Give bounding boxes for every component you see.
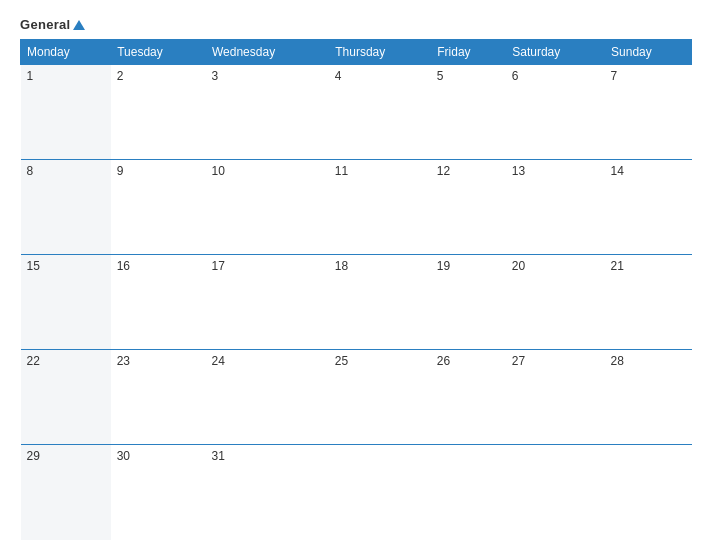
day-number: 1 <box>27 69 34 83</box>
calendar-cell: 16 <box>111 255 206 350</box>
weekday-header-saturday: Saturday <box>506 40 605 65</box>
calendar-cell: 13 <box>506 160 605 255</box>
day-number: 21 <box>611 259 624 273</box>
day-number: 3 <box>211 69 218 83</box>
logo: General <box>20 18 85 31</box>
week-row-5: 293031 <box>21 445 692 540</box>
calendar-cell: 8 <box>21 160 111 255</box>
weekday-header-friday: Friday <box>431 40 506 65</box>
calendar-cell: 7 <box>605 65 692 160</box>
calendar-cell: 26 <box>431 350 506 445</box>
day-number: 26 <box>437 354 450 368</box>
weekday-header-row: MondayTuesdayWednesdayThursdayFridaySatu… <box>21 40 692 65</box>
calendar-cell: 15 <box>21 255 111 350</box>
day-number: 7 <box>611 69 618 83</box>
week-row-4: 22232425262728 <box>21 350 692 445</box>
day-number: 23 <box>117 354 130 368</box>
day-number: 30 <box>117 449 130 463</box>
day-number: 22 <box>27 354 40 368</box>
calendar-cell: 10 <box>205 160 328 255</box>
calendar-cell: 29 <box>21 445 111 540</box>
day-number: 20 <box>512 259 525 273</box>
day-number: 14 <box>611 164 624 178</box>
calendar-cell <box>431 445 506 540</box>
calendar-cell: 27 <box>506 350 605 445</box>
calendar-cell <box>605 445 692 540</box>
calendar-table: MondayTuesdayWednesdayThursdayFridaySatu… <box>20 39 692 540</box>
calendar-cell: 6 <box>506 65 605 160</box>
day-number: 10 <box>211 164 224 178</box>
calendar-cell: 30 <box>111 445 206 540</box>
day-number: 6 <box>512 69 519 83</box>
calendar-cell: 3 <box>205 65 328 160</box>
calendar-cell: 21 <box>605 255 692 350</box>
day-number: 15 <box>27 259 40 273</box>
weekday-header-tuesday: Tuesday <box>111 40 206 65</box>
calendar-cell: 24 <box>205 350 328 445</box>
calendar-cell: 23 <box>111 350 206 445</box>
calendar-cell: 17 <box>205 255 328 350</box>
calendar-cell: 2 <box>111 65 206 160</box>
day-number: 5 <box>437 69 444 83</box>
week-row-3: 15161718192021 <box>21 255 692 350</box>
day-number: 25 <box>335 354 348 368</box>
day-number: 27 <box>512 354 525 368</box>
day-number: 29 <box>27 449 40 463</box>
day-number: 28 <box>611 354 624 368</box>
calendar-cell: 5 <box>431 65 506 160</box>
day-number: 13 <box>512 164 525 178</box>
week-row-2: 891011121314 <box>21 160 692 255</box>
day-number: 31 <box>211 449 224 463</box>
week-row-1: 1234567 <box>21 65 692 160</box>
day-number: 2 <box>117 69 124 83</box>
calendar-cell: 9 <box>111 160 206 255</box>
logo-triangle-icon <box>73 20 85 30</box>
calendar-cell: 25 <box>329 350 431 445</box>
day-number: 9 <box>117 164 124 178</box>
day-number: 24 <box>211 354 224 368</box>
calendar-cell: 4 <box>329 65 431 160</box>
day-number: 11 <box>335 164 348 178</box>
calendar-cell: 14 <box>605 160 692 255</box>
calendar-cell: 22 <box>21 350 111 445</box>
logo-general-text: General <box>20 18 85 31</box>
day-number: 4 <box>335 69 342 83</box>
calendar-cell: 1 <box>21 65 111 160</box>
weekday-header-thursday: Thursday <box>329 40 431 65</box>
calendar-cell: 18 <box>329 255 431 350</box>
calendar-cell <box>506 445 605 540</box>
calendar-cell: 20 <box>506 255 605 350</box>
calendar-cell: 28 <box>605 350 692 445</box>
day-number: 18 <box>335 259 348 273</box>
calendar-cell: 11 <box>329 160 431 255</box>
calendar-cell: 12 <box>431 160 506 255</box>
day-number: 19 <box>437 259 450 273</box>
day-number: 8 <box>27 164 34 178</box>
weekday-header-sunday: Sunday <box>605 40 692 65</box>
calendar-cell: 19 <box>431 255 506 350</box>
weekday-header-monday: Monday <box>21 40 111 65</box>
calendar-cell <box>329 445 431 540</box>
weekday-header-wednesday: Wednesday <box>205 40 328 65</box>
day-number: 17 <box>211 259 224 273</box>
calendar-cell: 31 <box>205 445 328 540</box>
day-number: 12 <box>437 164 450 178</box>
day-number: 16 <box>117 259 130 273</box>
calendar-header: General <box>20 18 692 31</box>
